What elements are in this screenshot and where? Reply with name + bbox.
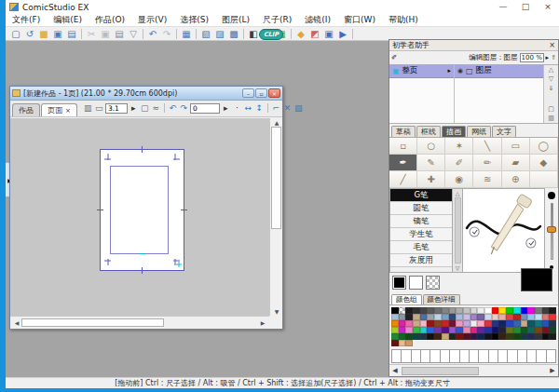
palette-swatch[interactable] xyxy=(542,327,550,333)
palette-swatch[interactable] xyxy=(420,314,428,320)
palette-swatch[interactable] xyxy=(513,314,521,320)
menu-item-6[interactable]: 图层(L) xyxy=(215,14,256,26)
assistant-close-icon[interactable]: × xyxy=(549,41,555,49)
palette-swatch[interactable] xyxy=(449,327,457,333)
palette-swatch[interactable] xyxy=(399,320,406,327)
palette-swatch[interactable] xyxy=(498,320,506,327)
action-window-icon[interactable]: ▶ xyxy=(336,28,349,40)
fill-tool[interactable]: ◆ xyxy=(530,155,558,171)
palette-swatch[interactable] xyxy=(492,320,499,327)
doc-restore-button[interactable]: ▫ xyxy=(255,88,267,98)
palette-swatch[interactable] xyxy=(399,314,406,320)
palette-swatch[interactable] xyxy=(399,307,406,314)
magic-wand-tool[interactable]: ✶ xyxy=(445,138,473,155)
tab-颜色详细[interactable]: 颜色详细 xyxy=(423,294,460,304)
corner-view-icon[interactable]: ⌐ xyxy=(271,102,281,114)
palette-swatch[interactable] xyxy=(391,327,399,333)
custom-swatch[interactable] xyxy=(526,349,536,363)
document-title-bar[interactable]: [新建作品 - 1页] (21.00 * 29.70cm 600dpi) – ▫… xyxy=(10,87,282,101)
rotation-menu-arrow[interactable]: ▸ xyxy=(221,102,231,114)
palette-swatch[interactable] xyxy=(434,333,442,340)
palette-swatch[interactable] xyxy=(521,333,528,340)
delete-layer-icon[interactable]: ▥ xyxy=(548,115,554,122)
menu-item-8[interactable]: 滤镜(I) xyxy=(298,14,337,26)
marker-tool[interactable]: ✐ xyxy=(445,155,473,171)
palette-swatch[interactable] xyxy=(434,314,442,320)
custom-swatch[interactable] xyxy=(517,349,526,363)
palette-swatch[interactable] xyxy=(427,320,434,327)
palette-swatch[interactable] xyxy=(405,314,413,320)
palette-swatch[interactable] xyxy=(405,307,413,314)
palette-swatch[interactable] xyxy=(549,320,556,327)
rotate-cw-icon[interactable]: ↷ xyxy=(179,102,189,114)
rotation-input[interactable] xyxy=(190,103,220,114)
palette-swatch[interactable] xyxy=(427,327,434,333)
palette-swatch[interactable] xyxy=(513,327,521,333)
tab-close-icon[interactable]: × xyxy=(65,107,71,115)
pen-curve-icon[interactable]: ≈ xyxy=(151,102,161,114)
palette-swatch[interactable] xyxy=(527,307,535,314)
palette-swatch[interactable] xyxy=(456,327,463,333)
revert-icon[interactable]: ↺ xyxy=(23,28,36,40)
tab-草稿[interactable]: 草稿 xyxy=(391,126,416,137)
undo-icon[interactable]: ↶ xyxy=(146,28,159,40)
slider-handle[interactable] xyxy=(547,226,556,233)
palette-swatch[interactable] xyxy=(542,320,550,327)
palette-swatch[interactable] xyxy=(498,307,506,314)
maximize-button[interactable]: □ xyxy=(514,0,537,14)
ellipse-tool[interactable]: ◯ xyxy=(530,138,558,155)
palette-swatch[interactable] xyxy=(420,327,428,333)
custom-swatch[interactable] xyxy=(429,349,439,363)
custom-swatch[interactable] xyxy=(488,349,498,363)
palette-swatch[interactable] xyxy=(477,333,484,340)
move-tool[interactable]: ✚ xyxy=(417,171,445,188)
clip-badge[interactable]: CLIP xyxy=(259,29,283,40)
palette-swatch[interactable] xyxy=(420,333,428,340)
save-icon[interactable]: ▣ xyxy=(51,28,64,40)
palette-swatch[interactable] xyxy=(470,314,478,320)
tab-文字[interactable]: 文字 xyxy=(492,126,516,137)
doc-hscroll-thumb[interactable] xyxy=(21,318,164,327)
doc-minimize-button[interactable]: – xyxy=(242,88,254,98)
palette-swatch[interactable] xyxy=(492,314,499,320)
scroll-right-icon[interactable]: ▶ xyxy=(256,318,269,327)
print-preview-icon[interactable]: ▧ xyxy=(199,28,212,40)
menu-item-10[interactable]: 帮助(H) xyxy=(382,14,425,26)
palette-swatch[interactable] xyxy=(492,333,499,340)
story-editor-icon[interactable]: ◧ xyxy=(247,28,260,40)
layers-scroll-down-icon[interactable]: ▽ xyxy=(549,75,553,83)
custom-swatch[interactable] xyxy=(498,349,507,363)
palette-swatch[interactable] xyxy=(405,327,413,333)
palette-swatch[interactable] xyxy=(549,333,556,340)
brush-item-5[interactable]: 毛笔 xyxy=(390,241,452,254)
palette-swatch[interactable] xyxy=(484,320,492,327)
palette-swatch[interactable] xyxy=(463,327,470,333)
palette-swatch[interactable] xyxy=(463,333,470,340)
close-button[interactable]: × xyxy=(537,0,559,14)
canvas-area[interactable] xyxy=(10,118,269,316)
custom-swatch[interactable] xyxy=(391,349,401,363)
palette-swatch[interactable] xyxy=(434,320,442,327)
layer-visibility-icon[interactable]: ◉ xyxy=(457,67,463,74)
brush-item-1[interactable]: G笔 xyxy=(390,189,452,202)
menu-item-2[interactable]: 编辑(E) xyxy=(47,14,89,26)
palette-swatch[interactable] xyxy=(456,333,463,340)
new-document-icon[interactable]: ▢ xyxy=(9,28,22,40)
palette-swatch[interactable] xyxy=(535,327,542,333)
menu-item-9[interactable]: 窗口(W) xyxy=(337,14,382,26)
doc-tab-page[interactable]: 页面× xyxy=(41,103,77,116)
palette-swatch[interactable] xyxy=(420,320,428,327)
palette-swatch[interactable] xyxy=(413,327,420,333)
rectangle-tool[interactable]: ▭ xyxy=(502,138,530,155)
palette-swatch[interactable] xyxy=(456,320,463,327)
page-preview-icon[interactable]: ▨ xyxy=(213,28,226,40)
palette-swatch[interactable] xyxy=(449,314,457,320)
palette-swatch[interactable] xyxy=(484,327,492,333)
eyedropper-tool[interactable]: ╱ xyxy=(389,171,417,188)
layer-window-icon[interactable]: ▣ xyxy=(322,28,335,40)
brush-scroll-track[interactable] xyxy=(455,197,461,264)
palette-swatch[interactable] xyxy=(535,314,542,320)
opacity-menu-arrow[interactable]: ▸ xyxy=(546,54,550,61)
palette-swatch[interactable] xyxy=(506,327,513,333)
palette-swatch[interactable] xyxy=(513,333,521,340)
